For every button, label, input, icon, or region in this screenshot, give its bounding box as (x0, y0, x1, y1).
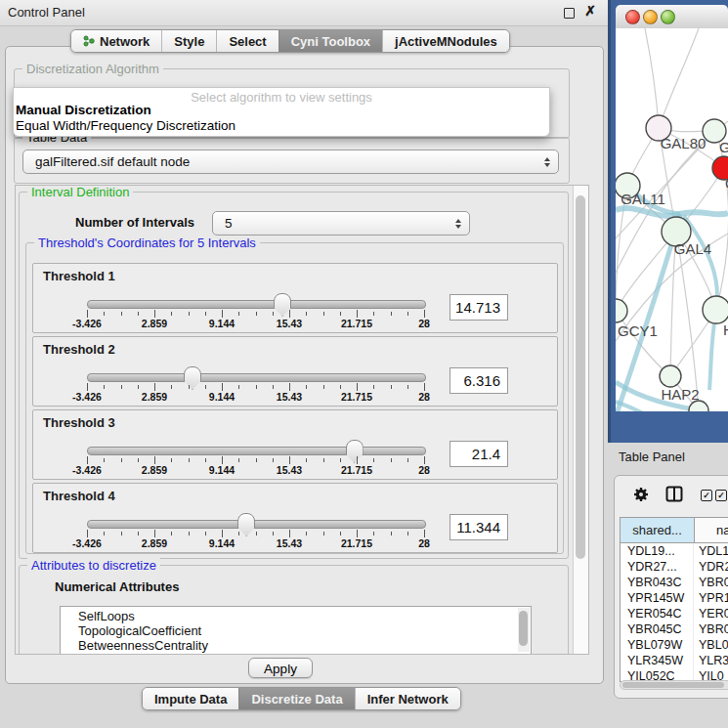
close-icon[interactable]: ✗ (584, 3, 596, 19)
cyni-mode-tabs: Impute DataDiscretize DataInfer Network (142, 687, 461, 710)
tick-mark (154, 530, 155, 537)
tick-mark (87, 530, 88, 537)
tab-infer-network[interactable]: Infer Network (355, 688, 460, 709)
close-traffic-light-icon[interactable] (625, 10, 640, 24)
window-title: Control Panel (8, 5, 85, 20)
number-of-intervals-combobox[interactable]: 5 (212, 211, 470, 236)
algorithm-menu-item[interactable]: Equal Width/Frequency Discretization (16, 118, 236, 133)
slider-ticks (87, 383, 424, 393)
tick-label: 15.43 (277, 318, 302, 329)
table-panel-title: Table Panel (619, 450, 685, 464)
threshold-slider-track[interactable] (87, 300, 426, 309)
table-row[interactable]: YDR27...YDR2 (621, 559, 728, 575)
tick-mark (373, 532, 374, 535)
cell-shared-name: YBL079W (621, 637, 694, 653)
network-canvas[interactable]: GAL80GACGAL11GAL4GCY1HHAP2 (616, 28, 728, 411)
tick-mark (407, 385, 408, 389)
apply-button[interactable]: Apply (248, 658, 313, 678)
interval-definition-label: Interval Definition (27, 185, 133, 199)
table-row[interactable]: YDL19...YDL1 (621, 543, 728, 559)
tick-mark (138, 385, 139, 389)
threshold-label: Threshold 2 (43, 342, 115, 357)
tick-mark (121, 385, 122, 389)
tab-discretize-data[interactable]: Discretize Data (238, 688, 354, 709)
attribute-list-item[interactable]: TopologicalCoefficient (61, 623, 531, 638)
threshold-value-field[interactable]: 14.713 (450, 294, 508, 321)
checkbox-icon[interactable] (701, 490, 712, 501)
threshold-slider-track[interactable] (87, 373, 426, 382)
tick-mark (323, 312, 324, 316)
tab-network[interactable]: Network (71, 30, 161, 52)
tick-mark (256, 385, 257, 389)
algorithm-menu-item[interactable]: Manual Discretization (16, 103, 151, 117)
scrollbar-thumb[interactable] (519, 611, 528, 646)
network-node-GCY1[interactable] (616, 299, 627, 322)
gear-icon[interactable] (632, 486, 650, 503)
table-horizontal-scrollbar[interactable] (620, 680, 728, 690)
tick-mark (357, 383, 358, 391)
interval-definition-group: Interval Definition Number of Intervals … (19, 192, 569, 559)
threshold-slider-track[interactable] (87, 520, 426, 529)
attributes-list-scrollbar[interactable] (518, 608, 530, 652)
checkbox-icon[interactable] (715, 490, 727, 501)
table-row[interactable]: YER054CYER0 (621, 606, 728, 621)
cell-name: YER0 (694, 606, 728, 621)
threshold-panel: Threshold 2-3.4262.8599.14415.4321.71528… (32, 336, 558, 407)
panel-vertical-scrollbar[interactable] (573, 186, 588, 654)
tick-mark (323, 532, 324, 535)
tick-mark (289, 456, 290, 464)
tick-mark (189, 312, 190, 316)
table-row[interactable]: YPR145WYPR1 (621, 590, 728, 606)
network-node-H-partial[interactable] (703, 296, 728, 323)
network-node-HAP2[interactable] (660, 365, 681, 387)
tick-label: -3.426 (72, 464, 102, 476)
threshold-value-field[interactable]: 11.344 (450, 514, 508, 540)
tick-mark (340, 385, 341, 389)
table-row[interactable]: YLR345WYLR3 (621, 653, 728, 668)
scrollbar-thumb[interactable] (576, 195, 585, 559)
tab-impute-data[interactable]: Impute Data (143, 688, 238, 709)
table-data-combobox[interactable]: galFiltered.sif default node (22, 150, 559, 174)
tick-mark (407, 458, 408, 462)
tab-label: Impute Data (154, 692, 227, 707)
slider-ticks (87, 530, 424, 539)
tab-label: Select (229, 34, 266, 49)
cell-shared-name: YLR345W (621, 653, 694, 668)
node-table: shared... na YDL19...YDL1YDR27...YDR2YBR… (620, 517, 728, 682)
float-window-icon[interactable] (564, 8, 575, 19)
screen: Control Panel ✗ NetworkStyleSelectCyni T… (0, 0, 728, 728)
attribute-list-item[interactable]: SelfLoops (61, 609, 531, 623)
table-row[interactable]: YBR043CYBR0 (621, 575, 728, 590)
tick-mark (171, 312, 172, 316)
tick-mark (306, 532, 307, 535)
tick-mark (138, 532, 139, 535)
threshold-slider-track[interactable] (87, 447, 426, 455)
tick-label: 2.859 (142, 537, 167, 549)
cell-shared-name: YPR145W (621, 590, 694, 606)
network-window-titlebar[interactable] (616, 5, 728, 29)
column-header-name[interactable]: na (695, 518, 728, 543)
tab-style[interactable]: Style (161, 30, 216, 52)
minimize-traffic-light-icon[interactable] (643, 10, 658, 24)
tab-select[interactable]: Select (216, 30, 278, 52)
columns-icon[interactable] (665, 486, 683, 502)
tick-label: 21.715 (341, 391, 372, 403)
numerical-attributes-list[interactable]: SelfLoopsTopologicalCoefficientBetweenne… (60, 606, 532, 655)
control-panel-titlebar: Control Panel ✗ (0, 0, 608, 26)
tab-cyni-toolbox[interactable]: Cyni Toolbox (278, 30, 382, 52)
threshold-value-field[interactable]: 21.4 (450, 441, 508, 467)
column-header-shared-name[interactable]: shared... (621, 518, 695, 543)
tick-mark (357, 530, 358, 537)
tick-label: 2.859 (142, 464, 167, 476)
table-row[interactable]: YBR045CYBR0 (621, 621, 728, 637)
scrollbar-thumb[interactable] (622, 682, 724, 688)
tab-jactivemnodules[interactable]: jActiveMNodules (382, 30, 509, 52)
table-row[interactable]: YBL079WYBL0 (621, 637, 728, 653)
threshold-value-field[interactable]: 6.316 (450, 367, 508, 394)
tick-mark (391, 385, 392, 389)
slider-ticks (87, 310, 424, 320)
network-node-label: H (723, 321, 728, 338)
network-tree-icon (83, 35, 95, 47)
attribute-list-item[interactable]: BetweennessCentrality (61, 638, 531, 653)
zoom-traffic-light-icon[interactable] (661, 10, 675, 24)
